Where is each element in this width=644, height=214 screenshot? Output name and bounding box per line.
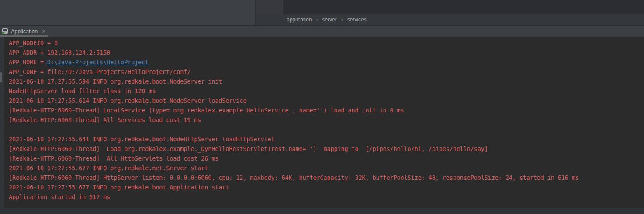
console-line: [Redkale-HTTP:6060-Thread] All Services … — [9, 116, 644, 125]
console-line: 2021-06-10 17:27:55.677 INFO org.redkale… — [9, 183, 644, 193]
tool-window-tab-bar: Application ✕ — [0, 25, 644, 37]
console-line: APP_HOME = D:\Java-Projects\HelloProject — [9, 58, 644, 67]
log-text: [Redkale-HTTP:6060-Thread] HttpServer li… — [9, 175, 579, 181]
editor-pane-left — [0, 0, 256, 25]
breadcrumb-separator-icon: › — [341, 17, 343, 23]
console-line: 2021-06-10 17:27:55.594 INFO org.redkale… — [9, 77, 644, 87]
console-line: 2021-06-10 17:27:55.641 INFO org.redkale… — [9, 135, 644, 144]
console-line: 2021-06-10 17:27:55.614 INFO org.redkale… — [9, 96, 644, 106]
log-text: 2021-06-10 17:27:55.641 INFO org.redkale… — [9, 136, 274, 143]
editor-background — [283, 0, 644, 14]
log-text: APP_HOME = — [9, 59, 47, 66]
console-line: [Redkale-HTTP:6060-Thread] Load org.redk… — [9, 144, 644, 154]
console-line: [Redkale-HTTP:6060-Thread] LocalService … — [9, 106, 644, 116]
console-line: NodeHttpServer load filter class in 120 … — [9, 87, 644, 96]
log-text: [Redkale-HTTP:6060-Thread] All Services … — [9, 117, 201, 123]
run-console-icon — [2, 28, 8, 34]
log-text: Application started in 617 ms — [9, 194, 110, 200]
breadcrumb-item-application[interactable]: application — [287, 17, 312, 23]
console-panel: APP_NODEID = 0APP_ADDR = 192.168.124.2:5… — [0, 37, 644, 214]
breadcrumb: application › server › services — [256, 14, 644, 25]
log-text: [Redkale-HTTP:6060-Thread] All HttpServl… — [9, 155, 218, 162]
console-line: [Redkale-HTTP:6060-Thread] HttpServer li… — [9, 173, 644, 183]
log-text: 2021-06-10 17:27:55.677 INFO org.redkale… — [9, 184, 229, 191]
breadcrumb-item-server[interactable]: server — [322, 17, 336, 23]
log-text: 2021-06-10 17:27:55.677 INFO org.redkale… — [9, 165, 208, 172]
editor-tab-strip — [256, 0, 644, 14]
console-output[interactable]: APP_NODEID = 0APP_ADDR = 192.168.124.2:5… — [0, 37, 644, 214]
log-text: 2021-06-10 17:27:55.614 INFO org.redkale… — [9, 98, 246, 104]
log-text: APP_CONF = file:/D:/Java-Projects/HelloP… — [9, 69, 190, 75]
breadcrumb-item-services[interactable]: services — [347, 17, 367, 23]
log-text: [Redkale-HTTP:6060-Thread] LocalService … — [9, 107, 404, 114]
file-link[interactable]: D:\Java-Projects\HelloProject — [47, 59, 149, 66]
console-line: APP_NODEID = 0 — [9, 39, 644, 48]
console-bottom-strip — [0, 208, 644, 214]
console-line: Application started in 617 ms — [9, 193, 644, 202]
log-text: 2021-06-10 17:27:55.594 INFO org.redkale… — [9, 78, 222, 85]
log-text: [Redkale-HTTP:6060-Thread] Load org.redk… — [9, 146, 488, 152]
log-text: APP_ADDR = 192.168.124.2:5150 — [9, 49, 110, 56]
console-line: [Redkale-HTTP:6060-Thread] All HttpServl… — [9, 154, 644, 164]
console-line: APP_CONF = file:/D:/Java-Projects/HelloP… — [9, 67, 644, 77]
console-line: APP_ADDR = 192.168.124.2:5150 — [9, 48, 644, 58]
editor-pane-right: application › server › services — [256, 0, 644, 25]
log-text: NodeHttpServer load filter class in 120 … — [9, 88, 156, 95]
tab-label: Application — [11, 28, 38, 35]
editor-tab-strip-segment — [256, 0, 283, 14]
top-area: application › server › services — [0, 0, 644, 25]
close-icon[interactable]: ✕ — [42, 29, 46, 34]
ide-window: application › server › services Applicat… — [0, 0, 644, 214]
running-indicator-dot — [2, 32, 4, 35]
breadcrumb-separator-icon: › — [316, 17, 318, 23]
console-line: 2021-06-10 17:27:55.677 INFO org.redkale… — [9, 164, 644, 173]
console-line — [9, 125, 644, 135]
log-text: APP_NODEID = 0 — [9, 40, 58, 46]
